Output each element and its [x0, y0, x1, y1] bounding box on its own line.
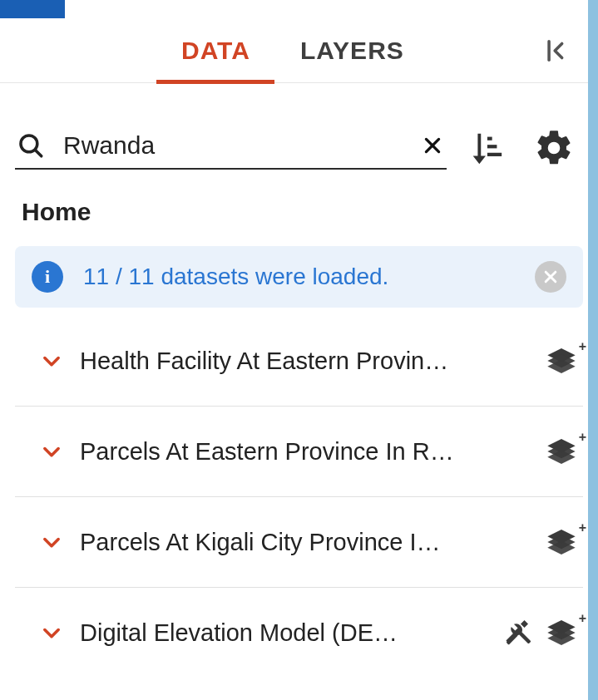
plus-icon: + [579, 430, 586, 445]
svg-rect-5 [487, 137, 492, 140]
plus-icon: + [579, 611, 586, 626]
dataset-row: Parcels At Eastern Province In R…+ [15, 407, 583, 497]
dataset-row: Parcels At Kigali City Province I…+ [15, 497, 583, 588]
layers-icon [545, 344, 578, 377]
add-layer-button[interactable]: + [545, 616, 578, 649]
dismiss-banner-button[interactable] [535, 261, 566, 293]
dataset-actions: + [545, 435, 578, 468]
svg-rect-6 [487, 145, 497, 148]
tab-bar: DATA LAYERS [0, 18, 598, 83]
info-icon: i [32, 261, 63, 293]
dataset-actions: + [503, 616, 578, 649]
chevron-down-icon [40, 530, 63, 554]
layers-icon [545, 525, 578, 559]
dataset-title[interactable]: Parcels At Eastern Province In R… [80, 438, 528, 466]
add-layer-button[interactable]: + [545, 435, 578, 468]
expand-toggle[interactable] [40, 349, 63, 372]
topbar [0, 0, 598, 18]
breadcrumb[interactable]: Home [15, 198, 583, 226]
clear-search-button[interactable] [422, 135, 443, 156]
layers-icon [545, 435, 578, 468]
info-banner: i 11 / 11 datasets were loaded. [15, 246, 583, 308]
content-area: Home i 11 / 11 datasets were loaded. Hea… [0, 83, 598, 700]
search-box [15, 126, 447, 170]
info-banner-text: 11 / 11 datasets were loaded. [83, 264, 515, 290]
tab-layers[interactable]: LAYERS [275, 18, 429, 82]
sort-button[interactable] [455, 129, 516, 167]
dataset-row: Health Facility At Eastern Provin…+ [15, 316, 583, 407]
collapse-panel-button[interactable] [538, 32, 576, 70]
active-tab-underline [156, 80, 274, 84]
right-rail [588, 0, 598, 700]
dataset-title[interactable]: Digital Elevation Model (DE… [80, 619, 487, 647]
close-icon [422, 135, 443, 156]
tools-icon [503, 618, 533, 648]
chevron-down-icon [40, 440, 63, 463]
tab-data[interactable]: DATA [156, 18, 275, 82]
plus-icon: + [579, 520, 586, 535]
chevron-down-icon [40, 349, 63, 372]
expand-toggle[interactable] [40, 530, 63, 554]
collapse-icon [543, 37, 571, 65]
dataset-actions: + [545, 344, 578, 377]
dataset-actions: + [545, 525, 578, 559]
layers-icon [545, 616, 578, 649]
expand-toggle[interactable] [40, 440, 63, 463]
dataset-row: Digital Elevation Model (DE…+ [15, 588, 583, 678]
search-row [15, 126, 583, 170]
dataset-title[interactable]: Health Facility At Eastern Provin… [80, 348, 528, 375]
gear-icon [533, 127, 575, 169]
add-layer-button[interactable]: + [545, 344, 578, 377]
search-input[interactable] [45, 131, 422, 160]
close-icon [542, 269, 559, 285]
sort-icon [467, 129, 505, 167]
chevron-down-icon [40, 621, 63, 644]
svg-rect-7 [487, 153, 502, 156]
tools-button[interactable] [503, 618, 533, 648]
expand-toggle[interactable] [40, 621, 63, 644]
dataset-title[interactable]: Parcels At Kigali City Province I… [80, 529, 528, 556]
svg-line-2 [36, 150, 42, 156]
add-layer-button[interactable]: + [545, 525, 578, 559]
search-icon [17, 131, 45, 160]
logo [0, 0, 65, 18]
plus-icon: + [579, 339, 586, 354]
dataset-list: Health Facility At Eastern Provin…+Parce… [15, 316, 583, 678]
settings-button[interactable] [525, 127, 583, 169]
